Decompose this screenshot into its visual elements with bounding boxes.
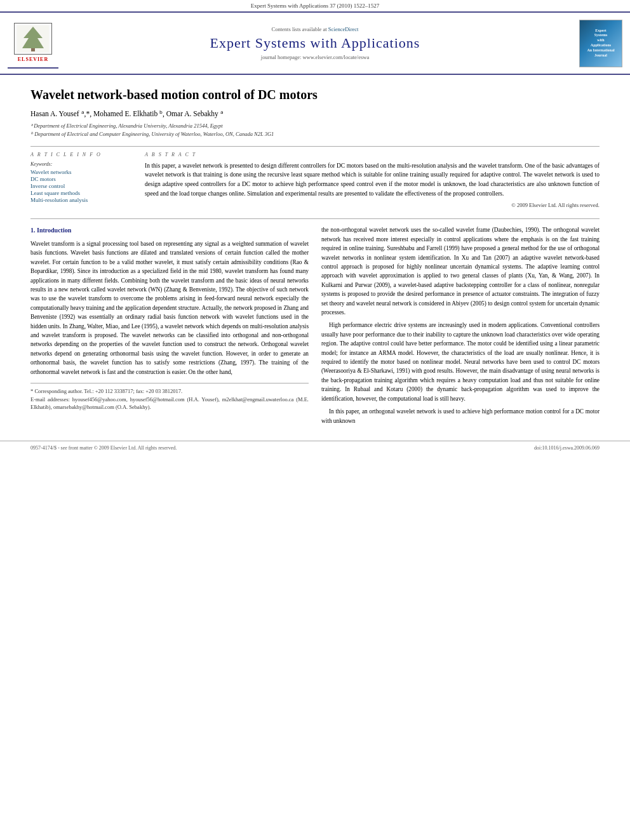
citation-text: Expert Systems with Applications 37 (201… [251, 3, 380, 9]
abstract-text: In this paper, a wavelet network is pres… [145, 161, 600, 199]
journal-cover-image: Expert Systems with Applications An Inte… [579, 20, 622, 67]
intro-para-2: the non-orthogonal wavelet network uses … [321, 225, 600, 317]
body-right-column: the non-orthogonal wavelet network uses … [321, 225, 600, 429]
abstract-label: A B S T R A C T [145, 152, 600, 157]
info-abstract-section: A R T I C L E I N F O Keywords: Wavelet … [30, 152, 600, 209]
article-title: Wavelet network-based motion control of … [30, 86, 600, 103]
keyword-4[interactable]: Least square methods [30, 190, 132, 196]
journal-cover-section: Expert Systems with Applications An Inte… [572, 20, 622, 67]
cover-text: Expert Systems with Applications An Inte… [587, 29, 614, 58]
journal-title: Expert Systems with Applications [58, 35, 572, 51]
issn-text: 0957-4174/$ - see front matter © 2009 El… [30, 445, 177, 451]
article-info-panel: A R T I C L E I N F O Keywords: Wavelet … [30, 152, 132, 209]
sciencedirect-link[interactable]: ScienceDirect [328, 26, 359, 32]
article-info-label: A R T I C L E I N F O [30, 152, 132, 157]
intro-para-3: High performance electric drive systems … [321, 321, 600, 403]
journal-homepage: journal homepage: www.elsevier.com/locat… [58, 54, 572, 60]
doi-text: doi:10.1016/j.eswa.2009.06.069 [534, 445, 600, 451]
intro-para-4: In this paper, an orthogonal wavelet net… [321, 407, 600, 425]
bottom-bar: 0957-4174/$ - see front matter © 2009 El… [0, 441, 630, 455]
journal-header: ELSEVIER Contents lists available at Sci… [0, 13, 630, 75]
affiliation-a: ᵃ Department of Electrical Engineering, … [30, 122, 600, 130]
footnote-corresponding: * Corresponding author. Tel.: +20 112 33… [30, 387, 309, 396]
copyright-line: © 2009 Elsevier Ltd. All rights reserved… [145, 202, 600, 208]
abstract-panel: A B S T R A C T In this paper, a wavelet… [145, 152, 600, 209]
citation-bar: Expert Systems with Applications 37 (201… [0, 0, 630, 13]
keyword-2[interactable]: DC motors [30, 176, 132, 182]
elsevier-logo-section: ELSEVIER [8, 18, 58, 69]
body-left-column: 1. Introduction Wavelet transform is a s… [30, 225, 309, 429]
keyword-3[interactable]: Inverse control [30, 183, 132, 189]
keywords-label: Keywords: [30, 161, 132, 167]
keyword-1[interactable]: Wavelet networks [30, 169, 132, 175]
authors-text: Hasan A. Yousef ᵃ,*, Mohamed E. Elkhatib… [30, 110, 224, 117]
keyword-5[interactable]: Multi-resolution analysis [30, 197, 132, 203]
elsevier-wordmark: ELSEVIER [18, 57, 48, 62]
sciencedirect-link-line: Contents lists available at ScienceDirec… [58, 26, 572, 32]
intro-para-1: Wavelet transform is a signal processing… [30, 239, 309, 377]
affiliation-b: ᵇ Department of Electrical and Computer … [30, 130, 600, 138]
affiliations: ᵃ Department of Electrical Engineering, … [30, 122, 600, 138]
authors-line: Hasan A. Yousef ᵃ,*, Mohamed E. Elkhatib… [30, 109, 600, 118]
footnotes: * Corresponding author. Tel.: +20 112 33… [30, 383, 309, 411]
footnote-email: E-mail addresses: hyousef456@yahoo.com, … [30, 396, 309, 412]
divider-1 [30, 146, 600, 147]
divider-2 [30, 218, 600, 219]
svg-rect-2 [31, 48, 35, 51]
journal-title-section: Contents lists available at ScienceDirec… [58, 26, 572, 60]
body-columns: 1. Introduction Wavelet transform is a s… [30, 225, 600, 429]
elsevier-logo-image [14, 23, 52, 55]
main-content: Wavelet network-based motion control of … [0, 75, 630, 441]
section1-heading: 1. Introduction [30, 225, 309, 236]
